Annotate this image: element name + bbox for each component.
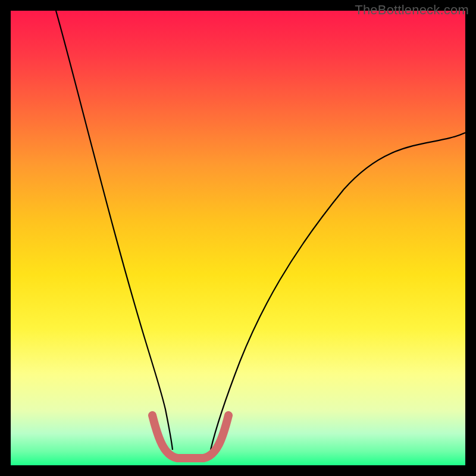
chart-frame: TheBottleneck.com	[0, 0, 476, 476]
right-curve	[211, 133, 465, 450]
bottom-u-shape	[152, 415, 228, 458]
watermark-label: TheBottleneck.com	[355, 2, 469, 18]
chart-curves-layer	[11, 11, 465, 465]
left-curve	[56, 11, 173, 450]
